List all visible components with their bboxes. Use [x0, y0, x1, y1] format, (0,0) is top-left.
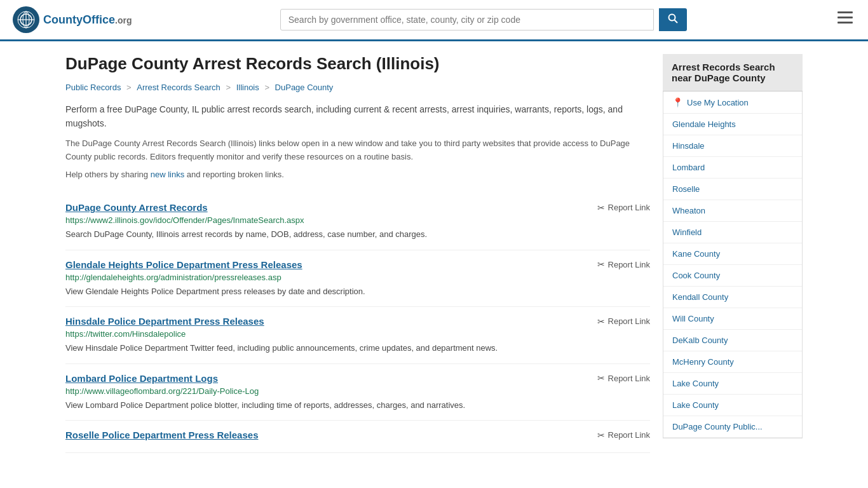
report-icon-1: ✂: [597, 259, 605, 269]
sidebar-item-12[interactable]: Lake County: [663, 373, 802, 395]
header: CountyOffice.org: [0, 0, 868, 41]
report-link-3[interactable]: ✂ Report Link: [597, 373, 650, 383]
sidebar-header: Arrest Records Search near DuPage County: [663, 54, 803, 92]
sidebar-link-8[interactable]: Kendall County: [663, 287, 802, 308]
report-link-0[interactable]: ✂ Report Link: [597, 203, 650, 213]
sidebar-link-0[interactable]: Glendale Heights: [663, 114, 802, 135]
breadcrumb: Public Records > Arrest Records Search >…: [65, 83, 650, 92]
result-desc-2: View Hinsdale Police Department Twitter …: [65, 342, 650, 355]
sidebar-item-8[interactable]: Kendall County: [663, 287, 802, 308]
sidebar-item-10[interactable]: DeKalb County: [663, 330, 802, 351]
sidebar-use-location[interactable]: 📍 Use My Location: [663, 92, 802, 114]
sidebar-link-7[interactable]: Cook County: [663, 265, 802, 286]
report-link-4[interactable]: ✂ Report Link: [597, 430, 650, 440]
menu-button[interactable]: [835, 9, 855, 30]
result-card-0: DuPage County Arrest Records ✂ Report Li…: [65, 193, 650, 250]
report-label-3: Report Link: [608, 374, 650, 383]
report-icon-3: ✂: [597, 373, 605, 383]
logo-icon: [13, 6, 39, 33]
breadcrumb-arrest-records[interactable]: Arrest Records Search: [137, 83, 220, 92]
sidebar-link-3[interactable]: Roselle: [663, 179, 802, 200]
sidebar-link-1[interactable]: Hinsdale: [663, 135, 802, 156]
sidebar-link-13[interactable]: Lake County: [663, 395, 802, 416]
report-link-1[interactable]: ✂ Report Link: [597, 259, 650, 269]
sidebar-link-11[interactable]: McHenry County: [663, 351, 802, 372]
sidebar-label-5: Winfield: [672, 227, 702, 237]
breadcrumb-dupage[interactable]: DuPage County: [275, 83, 334, 92]
sidebar-item-3[interactable]: Roselle: [663, 179, 802, 200]
breadcrumb-sep3: >: [264, 83, 271, 92]
sidebar-list: 📍 Use My Location Glendale Heights Hinsd…: [663, 92, 803, 438]
sidebar-item-2[interactable]: Lombard: [663, 157, 802, 179]
result-desc-3: View Lombard Police Department police bl…: [65, 399, 650, 412]
result-title-0[interactable]: DuPage County Arrest Records: [65, 202, 208, 213]
sidebar-label-10: DeKalb County: [672, 336, 728, 345]
result-title-2[interactable]: Hinsdale Police Department Press Release…: [65, 316, 264, 327]
sidebar-link-12[interactable]: Lake County: [663, 373, 802, 394]
svg-point-5: [668, 15, 675, 21]
result-title-1[interactable]: Glendale Heights Police Department Press…: [65, 259, 302, 270]
logo-area: CountyOffice.org: [13, 6, 132, 33]
sidebar-link-2[interactable]: Lombard: [663, 157, 802, 178]
report-link-2[interactable]: ✂ Report Link: [597, 316, 650, 327]
new-links[interactable]: new links: [151, 170, 184, 179]
sidebar-label-9: Will County: [672, 314, 714, 323]
result-card-3: Lombard Police Department Logs ✂ Report …: [65, 364, 650, 421]
results-list: DuPage County Arrest Records ✂ Report Li…: [65, 193, 650, 453]
svg-line-6: [674, 20, 677, 24]
sidebar-item-6[interactable]: Kane County: [663, 243, 802, 265]
breadcrumb-public-records[interactable]: Public Records: [65, 83, 121, 92]
intro-text: Perform a free DuPage County, IL public …: [65, 102, 650, 131]
sidebar-link-14[interactable]: DuPage County Public...: [663, 416, 802, 437]
search-input[interactable]: [280, 9, 654, 30]
result-title-3[interactable]: Lombard Police Department Logs: [65, 373, 218, 384]
result-url-2: https://twitter.com/Hinsdalepolice: [65, 329, 650, 339]
logo-tld: .org: [115, 15, 132, 25]
sidebar-item-11[interactable]: McHenry County: [663, 351, 802, 373]
result-url-3: http://www.villageoflombard.org/221/Dail…: [65, 386, 650, 396]
breadcrumb-sep2: >: [226, 83, 233, 92]
sidebar-label-3: Roselle: [672, 184, 700, 194]
report-label-4: Report Link: [608, 430, 650, 440]
sidebar-link-5[interactable]: Winfield: [663, 222, 802, 243]
svg-rect-7: [837, 11, 853, 13]
breadcrumb-sep1: >: [126, 83, 133, 92]
sidebar-item-9[interactable]: Will County: [663, 308, 802, 330]
report-label-1: Report Link: [608, 260, 650, 269]
sidebar-item-14[interactable]: DuPage County Public...: [663, 416, 802, 438]
report-label-2: Report Link: [608, 316, 650, 326]
content-area: DuPage County Arrest Records Search (Ill…: [65, 54, 650, 453]
page-title: DuPage County Arrest Records Search (Ill…: [65, 54, 650, 74]
sidebar: Arrest Records Search near DuPage County…: [663, 54, 803, 453]
sidebar-item-1[interactable]: Hinsdale: [663, 135, 802, 157]
sidebar-label-11: McHenry County: [672, 357, 734, 367]
sidebar-item-7[interactable]: Cook County: [663, 265, 802, 287]
sidebar-label-13: Lake County: [672, 400, 719, 410]
breadcrumb-illinois[interactable]: Illinois: [236, 83, 259, 92]
report-icon-2: ✂: [597, 316, 605, 327]
use-my-location-link[interactable]: 📍 Use My Location: [663, 92, 802, 113]
sidebar-link-4[interactable]: Wheaton: [663, 200, 802, 221]
sidebar-label-7: Cook County: [672, 271, 720, 280]
sidebar-item-4[interactable]: Wheaton: [663, 200, 802, 222]
sidebar-label-1: Hinsdale: [672, 141, 705, 151]
sidebar-link-9[interactable]: Will County: [663, 308, 802, 329]
sidebar-label-2: Lombard: [672, 163, 705, 172]
location-dot-icon: 📍: [672, 97, 683, 107]
secondary-text: The DuPage County Arrest Records Search …: [65, 137, 650, 164]
result-card-4: Roselle Police Department Press Releases…: [65, 421, 650, 453]
result-card-1: Glendale Heights Police Department Press…: [65, 250, 650, 308]
sidebar-link-10[interactable]: DeKalb County: [663, 330, 802, 351]
result-title-4[interactable]: Roselle Police Department Press Releases: [65, 430, 259, 440]
sidebar-item-5[interactable]: Winfield: [663, 222, 802, 243]
result-desc-1: View Glendale Heights Police Department …: [65, 285, 650, 298]
sidebar-item-0[interactable]: Glendale Heights: [663, 114, 802, 135]
report-icon-0: ✂: [597, 203, 605, 213]
sidebar-label-8: Kendall County: [672, 292, 728, 302]
svg-rect-9: [837, 22, 853, 24]
main-container: DuPage County Arrest Records Search (Ill…: [53, 41, 815, 453]
sidebar-link-6[interactable]: Kane County: [663, 243, 802, 264]
sidebar-item-13[interactable]: Lake County: [663, 395, 802, 416]
logo-name: County: [43, 13, 83, 26]
search-button[interactable]: [659, 8, 687, 31]
